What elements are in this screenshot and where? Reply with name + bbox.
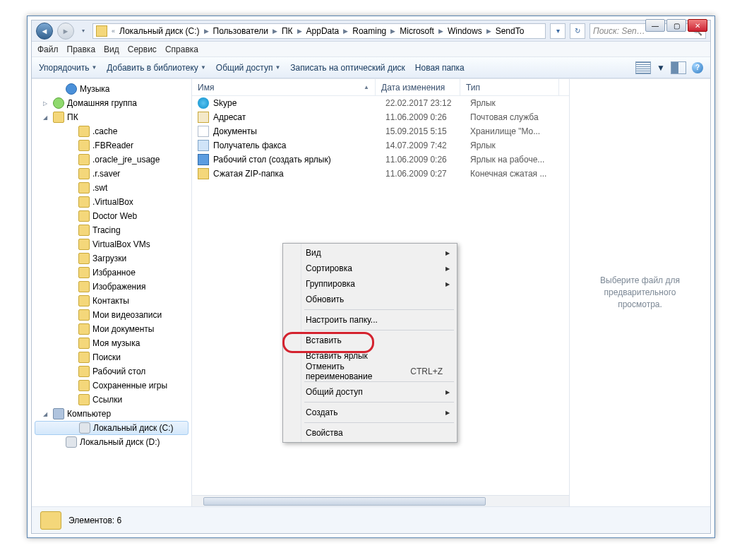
- file-date: 11.06.2009 0:26: [385, 155, 470, 165]
- tree-item[interactable]: Музыка: [32, 82, 191, 96]
- preview-pane-button[interactable]: [671, 61, 686, 74]
- music-icon: [66, 83, 77, 95]
- tree-item[interactable]: .swt: [32, 181, 191, 195]
- breadcrumb[interactable]: Roaming: [349, 26, 389, 36]
- file-row[interactable]: Адресат11.06.2009 0:26Почтовая служба: [192, 110, 569, 124]
- maximize-button[interactable]: ▢: [666, 19, 686, 32]
- ctx-undo[interactable]: Отменить переименованиеCTRL+Z: [285, 364, 455, 379]
- share-button[interactable]: Общий доступ▼: [216, 63, 281, 73]
- tree-item[interactable]: Мои документы: [32, 322, 191, 336]
- tree-label: Домашняя группа: [67, 98, 137, 108]
- forward-button[interactable]: ►: [57, 23, 74, 40]
- breadcrumb[interactable]: Windows: [445, 26, 485, 36]
- tree-item[interactable]: .r.saver: [32, 167, 191, 181]
- menu-view[interactable]: Вид: [104, 44, 119, 54]
- file-row[interactable]: Получатель факса14.07.2009 7:42Ярлык: [192, 138, 569, 153]
- file-icon: [198, 97, 209, 109]
- tree-item[interactable]: Ссылки: [32, 393, 191, 407]
- horizontal-scrollbar[interactable]: [192, 495, 569, 506]
- tree-item[interactable]: Мои видеозаписи: [32, 308, 191, 322]
- file-icon: [198, 168, 209, 179]
- tree-item[interactable]: .oracle_jre_usage: [32, 153, 191, 167]
- file-row[interactable]: Рабочий стол (создать ярлык)11.06.2009 0…: [192, 153, 569, 167]
- folder-icon: [78, 225, 90, 236]
- ctx-view[interactable]: Вид: [285, 245, 455, 261]
- search-placeholder: Поиск: Sen…: [593, 26, 645, 36]
- minimize-button[interactable]: —: [645, 19, 665, 32]
- file-type: Ярлык: [470, 98, 569, 108]
- tree-item[interactable]: .FBReader: [32, 138, 191, 153]
- ctx-group[interactable]: Группировка: [285, 276, 455, 292]
- tree-item[interactable]: Поиски: [32, 350, 191, 364]
- file-row[interactable]: Сжатая ZIP-папка11.06.2009 0:27Конечная …: [192, 167, 569, 181]
- tree-item[interactable]: Сохраненные игры: [32, 379, 191, 393]
- tree-label: .swt: [92, 183, 107, 193]
- ctx-new[interactable]: Создать: [285, 405, 455, 420]
- breadcrumb[interactable]: Локальный диск (C:): [116, 26, 203, 36]
- new-folder-button[interactable]: Новая папка: [415, 63, 465, 73]
- tree-item[interactable]: Моя музыка: [32, 336, 191, 350]
- expander-icon[interactable]: ◢: [43, 411, 50, 417]
- tree-item[interactable]: Рабочий стол: [32, 364, 191, 379]
- ctx-customize[interactable]: Настроить папку...: [285, 312, 455, 328]
- tree-item[interactable]: Избранное: [32, 266, 191, 280]
- tree-item[interactable]: Локальный диск (D:): [32, 435, 191, 449]
- tree-item[interactable]: VirtualBox VMs: [32, 237, 191, 251]
- menu-file[interactable]: Файл: [37, 44, 59, 54]
- tree-item[interactable]: .cache: [32, 124, 191, 138]
- menu-help[interactable]: Справка: [165, 44, 198, 54]
- back-button[interactable]: ◄: [36, 23, 53, 40]
- file-icon: [198, 154, 209, 165]
- ctx-properties[interactable]: Свойства: [285, 425, 455, 441]
- breadcrumb-overflow[interactable]: «: [110, 28, 116, 35]
- column-name[interactable]: Имя▲: [192, 79, 376, 95]
- breadcrumb[interactable]: AppData: [304, 26, 342, 36]
- address-drop-button[interactable]: ▾: [550, 23, 566, 39]
- file-date: 11.06.2009 0:27: [385, 169, 470, 179]
- tree-label: VirtualBox VMs: [92, 239, 150, 249]
- folder-icon: [78, 267, 90, 278]
- organize-button[interactable]: Упорядочить▼: [39, 63, 97, 73]
- tree-item[interactable]: Загрузки: [32, 251, 191, 266]
- tree-item[interactable]: Локальный диск (C:): [35, 421, 189, 435]
- tree-item[interactable]: ◢ПК: [32, 110, 191, 124]
- breadcrumb[interactable]: SendTo: [493, 26, 527, 36]
- file-date: 15.09.2015 5:15: [385, 126, 470, 136]
- file-name: Документы: [213, 126, 385, 136]
- file-row[interactable]: Skype22.02.2017 23:12Ярлык: [192, 96, 569, 110]
- burn-button[interactable]: Записать на оптический диск: [290, 63, 405, 73]
- tree-item[interactable]: ◢Компьютер: [32, 407, 191, 421]
- menu-tools[interactable]: Сервис: [128, 44, 157, 54]
- scrollbar-thumb[interactable]: [203, 497, 486, 506]
- column-type[interactable]: Тип: [460, 79, 559, 95]
- tree-item[interactable]: Doctor Web: [32, 209, 191, 223]
- breadcrumb[interactable]: Microsoft: [397, 26, 437, 36]
- ctx-sort[interactable]: Сортировка: [285, 261, 455, 276]
- folder-icon: [78, 140, 90, 151]
- view-drop-icon[interactable]: ▼: [657, 63, 665, 73]
- menu-bar: Файл Правка Вид Сервис Справка: [32, 42, 710, 57]
- tree-item[interactable]: Контакты: [32, 294, 191, 308]
- menu-edit[interactable]: Правка: [67, 44, 96, 54]
- breadcrumb[interactable]: Пользователи: [210, 26, 271, 36]
- tree-item[interactable]: ▷Домашняя группа: [32, 96, 191, 110]
- breadcrumb-box[interactable]: « Локальный диск (C:)▶ Пользователи▶ ПК▶…: [92, 23, 546, 39]
- expander-icon[interactable]: ◢: [43, 114, 50, 121]
- ctx-paste[interactable]: Вставить: [285, 333, 455, 348]
- tree-item[interactable]: Изображения: [32, 280, 191, 294]
- tree-item[interactable]: Tracing: [32, 223, 191, 237]
- column-date[interactable]: Дата изменения: [376, 79, 460, 95]
- ctx-refresh[interactable]: Обновить: [285, 292, 455, 307]
- add-to-library-button[interactable]: Добавить в библиотеку▼: [107, 63, 205, 73]
- view-mode-button[interactable]: [635, 61, 651, 74]
- tree-label: .oracle_jre_usage: [92, 155, 160, 165]
- nav-history-drop[interactable]: ▾: [78, 23, 88, 39]
- file-row[interactable]: Документы15.09.2015 5:15Хранилище "Мо...: [192, 124, 569, 138]
- tree-item[interactable]: .VirtualBox: [32, 195, 191, 209]
- close-button[interactable]: ✕: [688, 19, 707, 32]
- refresh-button[interactable]: ↻: [570, 23, 585, 39]
- ctx-share[interactable]: Общий доступ: [285, 384, 455, 400]
- expander-icon[interactable]: ▷: [43, 100, 50, 107]
- breadcrumb[interactable]: ПК: [279, 26, 296, 36]
- help-button[interactable]: ?: [692, 62, 703, 73]
